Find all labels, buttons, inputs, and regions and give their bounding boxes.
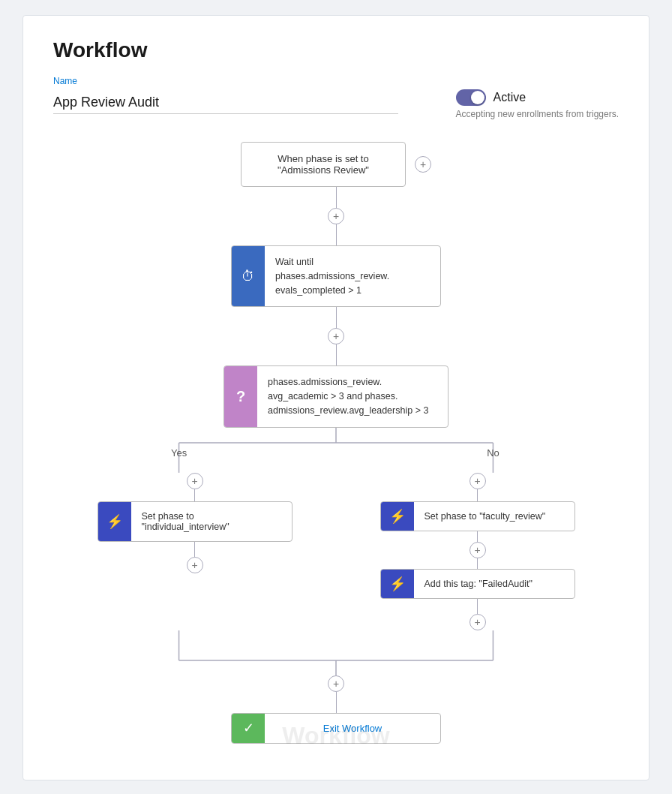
page-container: Workflow Name App Review Audit Active Ac… — [22, 15, 650, 780]
bolt-icon-yes: ⚡ — [106, 513, 123, 530]
action-yes-node[interactable]: ⚡ Set phase to "individual_interview" — [98, 501, 292, 542]
add-button-no[interactable]: + — [470, 473, 486, 489]
merge-add-button[interactable]: + — [328, 675, 344, 692]
trigger-node[interactable]: When phase is set to "Admissions Review" — [241, 142, 406, 187]
question-icon: ? — [236, 388, 245, 405]
trigger-text-line2: "Admissions Review" — [278, 164, 369, 176]
wait-node[interactable]: ⏱ Wait until phases.admissions_review.ev… — [231, 245, 441, 307]
svg-text:Yes: Yes — [171, 447, 188, 458]
line-2 — [336, 307, 337, 328]
bolt-no1-icon-box: ⚡ — [381, 502, 414, 531]
action-no2-text: Add this tag: "FailedAudit" — [414, 570, 543, 598]
bolt-icon-no1: ⚡ — [389, 508, 406, 525]
clock-icon: ⏱ — [242, 269, 255, 284]
action-no1-node[interactable]: ⚡ Set phase to "faculty_review" — [380, 501, 575, 531]
active-toggle[interactable] — [456, 89, 486, 106]
no-line-mid2 — [477, 558, 478, 569]
header-row: App Review Audit Active Accepting new en… — [53, 89, 619, 119]
add-button-1[interactable]: + — [328, 208, 344, 224]
page-title: Workflow — [53, 38, 619, 62]
no-line-mid — [477, 531, 478, 542]
active-row: Active — [456, 89, 526, 106]
trigger-text-line1: When phase is set to — [278, 153, 368, 164]
merge-svg — [53, 630, 619, 675]
add-button-yes[interactable]: + — [187, 473, 203, 489]
check-icon: ✓ — [243, 720, 254, 736]
connector-1: + — [328, 187, 344, 245]
exit-node[interactable]: ✓ Exit Workflow — [231, 713, 441, 744]
trigger-row: When phase is set to "Admissions Review"… — [241, 142, 431, 187]
branch-lines: Yes No — [53, 428, 619, 473]
line-1 — [336, 187, 337, 208]
svg-text:No: No — [487, 447, 500, 458]
branch-no: + ⚡ Set phase to "faculty_review" + ⚡ — [336, 473, 619, 630]
bolt-no2-icon-box: ⚡ — [381, 570, 414, 598]
yes-line-bottom — [194, 542, 195, 557]
merge-line — [336, 692, 337, 713]
merge-connector: + — [328, 675, 344, 713]
no-line-bottom — [477, 599, 478, 614]
active-label: Active — [494, 91, 526, 104]
condition-icon-box: ? — [224, 366, 257, 426]
wait-icon-box: ⏱ — [232, 246, 265, 306]
workflow-diagram: When phase is set to "Admissions Review"… — [53, 142, 619, 744]
trigger-add-button[interactable]: + — [415, 156, 431, 173]
action-no2-node[interactable]: ⚡ Add this tag: "FailedAudit" — [380, 569, 575, 599]
add-button-yes-2[interactable]: + — [187, 557, 203, 573]
action-yes-text: Set phase to "individual_interview" — [131, 502, 292, 541]
bolt-yes-icon: ⚡ — [98, 502, 131, 541]
branch-container: + ⚡ Set phase to "individual_interview" … — [53, 473, 619, 630]
enrollments-text: Accepting new enrollments from triggers. — [456, 109, 619, 119]
line-1b — [336, 224, 337, 245]
action-no1-text: Set phase to "faculty_review" — [414, 502, 556, 531]
add-button-2[interactable]: + — [328, 328, 344, 344]
condition-node[interactable]: ? phases.admissions_review.avg_academic … — [224, 365, 448, 427]
line-2b — [336, 344, 337, 365]
exit-icon-box: ✓ — [232, 714, 265, 743]
connector-2: + — [328, 307, 344, 365]
workflow-name-field[interactable]: App Review Audit — [53, 95, 398, 114]
name-label: Name — [53, 76, 619, 86]
add-button-no-mid[interactable]: + — [470, 542, 486, 558]
add-button-no-2[interactable]: + — [470, 614, 486, 630]
active-section: Active Accepting new enrollments from tr… — [456, 89, 619, 119]
no-line-top — [477, 489, 478, 501]
exit-text: Exit Workflow — [265, 714, 440, 743]
branch-svg: Yes No — [53, 428, 619, 473]
branch-yes: + ⚡ Set phase to "individual_interview" … — [53, 473, 336, 573]
bolt-icon-no2: ⚡ — [389, 576, 406, 592]
condition-text: phases.admissions_review.avg_academic > … — [257, 366, 439, 426]
yes-line-top — [194, 489, 195, 501]
wait-text: Wait until phases.admissions_review.eval… — [265, 246, 440, 306]
merge-lines — [53, 630, 619, 675]
